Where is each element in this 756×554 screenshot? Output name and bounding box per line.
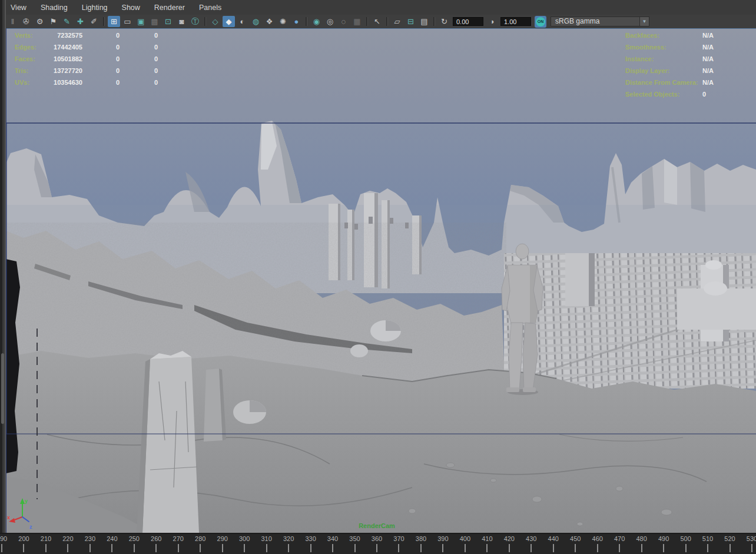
menu-panels[interactable]: Panels [199,4,221,12]
panel-scrollbar-thumb[interactable] [1,353,4,424]
frame-label: 320 [283,535,294,542]
resolution-gate-icon[interactable]: ▣ [135,16,147,27]
select-highlight-icon[interactable]: ↖ [371,16,383,27]
frame-label: 330 [305,535,316,542]
frame-tick [420,544,422,552]
frame-tick [222,544,223,552]
hud-value-col3: 0 [120,41,158,53]
contrast-icon[interactable]: ◑ [486,16,498,27]
camera-attributes-icon[interactable]: ⚙ [34,16,46,27]
textured-icon[interactable]: ◐ [236,16,248,27]
lighting-icon[interactable]: ✺ [277,16,289,27]
frame-tick [111,544,112,552]
frame-label: 420 [504,535,515,542]
hud-value: N/A [702,41,729,53]
hud-poly-count: Verts:723257500Edges:1744240500Faces:105… [15,29,158,88]
frame-label: 380 [416,535,426,542]
frame-tick [751,544,752,552]
frame-label: 480 [636,535,646,542]
hud-label: Distance From Camera: [625,77,702,88]
time-slider[interactable]: 1902002102202302402502602702802903003103… [0,533,756,554]
bookmarks-icon[interactable]: ⚑ [47,16,59,27]
hud-value: 10501882 [47,53,82,65]
frame-tick [134,544,135,552]
menu-lighting[interactable]: Lighting [82,4,108,12]
frame-label: 470 [614,535,625,542]
frame-tick [1,544,2,552]
frame-tick [332,544,333,552]
hud-label: UVs: [15,77,47,88]
hud-value: 0 [702,88,729,100]
panel-drag-handle-icon[interactable]: ‖ [6,16,19,27]
hud-label: Backfaces: [625,29,702,41]
image-plane-icon[interactable]: ▤ [418,16,430,27]
field-chart-icon[interactable]: ⊡ [162,16,174,27]
axis-x-label: x [7,515,10,520]
camera-move-tool-icon[interactable]: ✚ [74,16,87,27]
color-management-toggle[interactable]: ON [535,16,546,28]
ambient-occlusion-icon[interactable]: ◉ [310,16,323,27]
safe-action-icon[interactable]: ◙ [175,16,188,27]
menu-view[interactable]: View [11,4,26,12]
grease-pencil-icon[interactable]: ✎ [61,16,73,27]
frame-label: 510 [702,535,713,542]
select-camera-icon[interactable]: ✇ [20,16,32,27]
isolate-select-icon[interactable]: ▱ [391,16,403,27]
frame-tick [641,544,642,552]
colorspace-select[interactable]: sRGB gamma▼ [551,16,649,26]
hud-value: 17442405 [47,41,82,53]
frame-tick [619,544,620,552]
exposure-input[interactable] [453,17,483,26]
hud-value-col3: 0 [120,65,158,77]
hud-row: Tris:1372772000 [15,65,158,77]
exposure-icon[interactable]: ↻ [438,16,450,27]
frame-tick [376,544,377,552]
pencil-tool-icon[interactable]: ✐ [88,16,100,27]
hud-value-col2: 0 [82,65,120,77]
frame-label: 530 [747,535,756,542]
hud-label: Selected Objects: [625,88,702,100]
gamma-input[interactable] [500,17,531,26]
viewport[interactable]: x y z Verts:723257500Edges:1744240500Fac… [0,28,756,533]
toolbar-separator [102,17,105,26]
depth-of-field-icon[interactable]: ▦ [351,16,363,27]
camera-name-label: RenderCam [330,522,424,529]
shadows-icon[interactable]: ● [290,16,303,27]
hud-row: Edges:1744240500 [15,41,158,53]
default-material-icon[interactable]: ◍ [250,16,262,27]
safe-title-icon[interactable]: Ⓣ [189,16,201,27]
xray-icon[interactable]: ❖ [263,16,276,27]
gate-mask-icon[interactable]: ▩ [148,16,161,27]
frame-tick [67,544,68,552]
frame-label: 410 [482,535,492,542]
frame-label: 340 [327,535,338,542]
frame-label: 280 [195,535,205,542]
chevron-down-icon[interactable]: ▼ [639,17,649,26]
frame-label: 350 [349,535,360,542]
hud-row: Smoothness:N/A [625,41,729,53]
frame-tick [597,544,598,552]
active-panel-border-left [6,28,6,533]
grid-icon[interactable]: ⊞ [108,16,120,27]
shaded-cube-icon[interactable]: ◆ [223,16,235,27]
menu-show[interactable]: Show [122,4,140,12]
film-gate-icon[interactable]: ▭ [121,16,134,27]
hud-value-col2: 0 [82,77,120,88]
menu-renderer[interactable]: Renderer [154,4,185,12]
frame-label: 360 [372,535,382,542]
frame-tick [442,544,443,552]
frame-tick [465,544,466,552]
menu-shading[interactable]: Shading [41,4,68,12]
hud-value: 7232575 [47,29,82,41]
wireframe-cube-icon[interactable]: ◇ [209,16,221,27]
hud-value: 10354630 [47,77,82,88]
frame-tick [310,544,311,552]
anti-alias-icon[interactable]: ◌ [337,16,350,27]
hud-label: Instance: [625,53,702,65]
hud-row: Selected Objects:0 [625,88,729,100]
motion-blur-icon[interactable]: ◎ [324,16,336,27]
frame-label: 440 [548,535,559,542]
viewport-scene[interactable]: x y z [0,28,756,533]
isolate-view-icon[interactable]: ⊟ [404,16,417,27]
frame-label: 370 [393,535,404,542]
